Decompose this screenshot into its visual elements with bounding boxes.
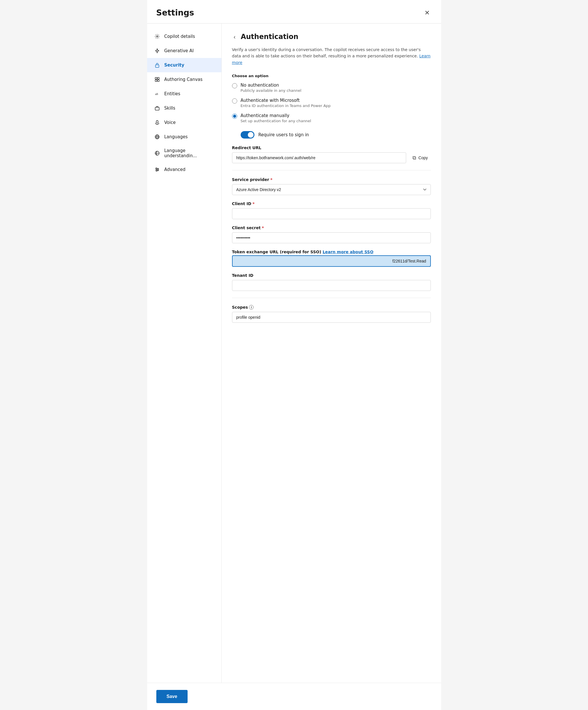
- sign-in-toggle[interactable]: [241, 131, 254, 139]
- sso-learn-more-link[interactable]: Learn more about SSO: [323, 250, 373, 254]
- divider-1: [232, 170, 431, 170]
- sign-in-toggle-row: Require users to sign in: [241, 131, 431, 139]
- scopes-input[interactable]: [232, 312, 431, 323]
- sidebar-label-voice: Voice: [164, 120, 176, 125]
- svg-text:ab: ab: [155, 92, 158, 96]
- manual-auth-radio[interactable]: [232, 114, 237, 119]
- sidebar-item-voice[interactable]: Voice: [147, 115, 221, 130]
- svg-rect-4: [155, 80, 157, 81]
- redirect-url-group: Redirect URL ⧉ Copy: [232, 145, 431, 163]
- grid-icon: [154, 76, 160, 82]
- footer: Save: [147, 683, 441, 710]
- choose-option-label: Choose an option: [232, 74, 431, 78]
- svg-rect-7: [155, 107, 159, 110]
- sidebar-label-security: Security: [164, 63, 184, 68]
- client-secret-input[interactable]: [232, 232, 431, 243]
- sidebar-label-generative-ai: Generative AI: [164, 48, 194, 53]
- redirect-url-input[interactable]: [232, 152, 406, 163]
- no-auth-option[interactable]: No authentication Publicly available in …: [232, 82, 431, 93]
- no-auth-label: No authentication: [241, 82, 302, 88]
- close-button[interactable]: ✕: [422, 8, 432, 17]
- client-id-group: Client ID *: [232, 202, 431, 219]
- token-exchange-url-label: Token exchange URL (required for SSO) Le…: [232, 250, 431, 254]
- svg-point-14: [156, 170, 157, 171]
- sidebar-item-language-understanding[interactable]: Language understandin...: [147, 144, 221, 162]
- sidebar-item-security[interactable]: Security: [147, 58, 221, 72]
- sidebar-label-languages: Languages: [164, 134, 188, 139]
- ms-auth-sublabel: Entra ID authentication in Teams and Pow…: [241, 103, 331, 108]
- redirect-url-label: Redirect URL: [232, 145, 431, 150]
- panel-title: Authentication: [241, 33, 298, 41]
- manual-auth-sublabel: Set up authentication for any channel: [241, 119, 311, 123]
- token-exchange-url-input[interactable]: [232, 255, 431, 267]
- client-id-input[interactable]: [232, 208, 431, 219]
- divider-2: [232, 298, 431, 298]
- main-panel: ‹ Authentication Verify a user's identit…: [222, 24, 441, 683]
- tenant-id-input[interactable]: [232, 280, 431, 291]
- sidebar-item-entities[interactable]: ab Entities: [147, 87, 221, 101]
- client-id-label: Client ID *: [232, 202, 431, 206]
- copy-label: Copy: [419, 156, 428, 160]
- authentication-options: No authentication Publicly available in …: [232, 82, 431, 123]
- settings-window: Settings ✕ Copilot details: [147, 0, 441, 710]
- sidebar-label-advanced: Advanced: [164, 167, 186, 172]
- toggle-thumb: [248, 132, 254, 138]
- svg-rect-5: [158, 80, 159, 81]
- title-bar: Settings ✕: [147, 0, 441, 24]
- sidebar-item-skills[interactable]: Skills: [147, 101, 221, 115]
- no-auth-radio[interactable]: [232, 83, 237, 88]
- panel-description: Verify a user's identity during a conver…: [232, 46, 431, 66]
- svg-rect-8: [156, 120, 158, 123]
- sidebar-item-generative-ai[interactable]: Generative AI: [147, 44, 221, 58]
- sidebar-item-advanced[interactable]: Advanced: [147, 162, 221, 177]
- token-exchange-url-group: Token exchange URL (required for SSO) Le…: [232, 250, 431, 267]
- save-button[interactable]: Save: [156, 690, 188, 703]
- ms-auth-label: Authenticate with Microsoft: [241, 98, 331, 103]
- back-button[interactable]: ‹: [232, 33, 237, 41]
- client-secret-group: Client secret *: [232, 226, 431, 243]
- svg-point-0: [156, 36, 158, 37]
- copy-button[interactable]: ⧉ Copy: [409, 152, 431, 163]
- copy-icon: ⧉: [413, 155, 416, 161]
- languages-icon: [154, 134, 160, 140]
- window-title: Settings: [156, 8, 194, 18]
- service-provider-group: Service provider * Azure Active Director…: [232, 177, 431, 195]
- manual-auth-label: Authenticate manually: [241, 113, 311, 118]
- scopes-label: Scopes i: [232, 305, 431, 310]
- sidebar-item-authoring-canvas[interactable]: Authoring Canvas: [147, 72, 221, 87]
- scopes-info-icon[interactable]: i: [249, 305, 254, 310]
- no-auth-sublabel: Publicly available in any channel: [241, 88, 302, 93]
- lock-icon: [154, 62, 160, 68]
- svg-point-13: [158, 169, 159, 170]
- required-star-client-secret: *: [262, 226, 264, 230]
- ab-icon: ab: [154, 91, 160, 97]
- svg-rect-3: [158, 77, 159, 79]
- sidebar-label-skills: Skills: [164, 105, 175, 111]
- required-star-client-id: *: [252, 202, 254, 206]
- required-star-service: *: [270, 177, 272, 182]
- ms-auth-radio[interactable]: [232, 98, 237, 103]
- svg-rect-1: [156, 65, 159, 67]
- sidebar-item-languages[interactable]: Languages: [147, 130, 221, 144]
- sidebar-label-entities: Entities: [164, 91, 181, 96]
- sidebar: Copilot details Generative AI Secur: [147, 24, 222, 683]
- sliders-icon: [154, 166, 160, 173]
- sparkle-icon: [154, 48, 160, 54]
- svg-point-12: [156, 168, 157, 169]
- manual-auth-option[interactable]: Authenticate manually Set up authenticat…: [232, 113, 431, 123]
- sidebar-label-authoring-canvas: Authoring Canvas: [164, 77, 203, 82]
- tenant-id-group: Tenant ID: [232, 273, 431, 291]
- client-secret-label: Client secret *: [232, 226, 431, 230]
- globe-icon: [154, 150, 160, 156]
- gear-icon: [154, 33, 160, 40]
- service-provider-select[interactable]: Azure Active Directory v2 Generic OAuth …: [232, 184, 431, 195]
- service-provider-label: Service provider *: [232, 177, 431, 182]
- sidebar-label-copilot-details: Copilot details: [164, 34, 195, 39]
- mic-icon: [154, 119, 160, 126]
- sidebar-label-language-understanding: Language understandin...: [164, 148, 215, 158]
- content-area: Copilot details Generative AI Secur: [147, 24, 441, 683]
- sidebar-item-copilot-details[interactable]: Copilot details: [147, 29, 221, 44]
- toggle-track: [241, 131, 254, 139]
- sign-in-toggle-label: Require users to sign in: [258, 132, 309, 137]
- ms-auth-option[interactable]: Authenticate with Microsoft Entra ID aut…: [232, 98, 431, 108]
